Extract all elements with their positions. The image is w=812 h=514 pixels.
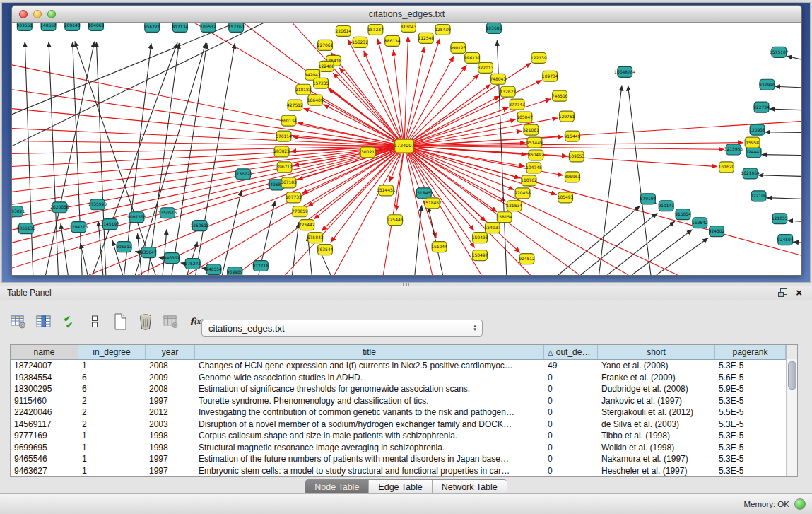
column-header-indegree[interactable]: in_degree: [78, 345, 146, 359]
table-cell[interactable]: 6: [78, 373, 146, 382]
table-cell[interactable]: 18300295: [11, 384, 78, 394]
table-cell[interactable]: Jankovic et al. (1997): [598, 396, 715, 406]
table-cell[interactable]: 0: [544, 454, 598, 464]
table-cell[interactable]: 9699695: [11, 443, 78, 452]
table-cell[interactable]: 1: [78, 466, 146, 476]
table-cell[interactable]: 5.3E-5: [715, 443, 786, 452]
table-cell[interactable]: Stergiakouli et al. (2012): [598, 407, 715, 417]
table-settings-icon[interactable]: [8, 312, 28, 332]
table-row[interactable]: 946554611997Estimation of the future num…: [11, 453, 797, 465]
table-cell[interactable]: 1: [78, 454, 146, 464]
new-table-icon[interactable]: [110, 312, 130, 332]
table-cell[interactable]: 2003: [146, 419, 195, 429]
table-cell[interactable]: Hescheler et al. (1997): [598, 466, 715, 476]
table-row[interactable]: 1938455462009Genome-wide association stu…: [11, 372, 797, 384]
table-cell[interactable]: Estimation of significance thresholds fo…: [195, 384, 544, 394]
table-cell[interactable]: 5.6E-5: [715, 373, 786, 382]
table-cell[interactable]: Changes of HCN gene expression and I(f) …: [195, 361, 544, 370]
table-cell[interactable]: Yano et al. (2008): [598, 361, 715, 370]
column-header-pagerank[interactable]: pagerank: [715, 345, 786, 359]
table-row[interactable]: 2242004622012Investigating the contribut…: [11, 407, 797, 419]
tab-node-table[interactable]: Node Table: [305, 480, 368, 494]
table-cell[interactable]: 5.3E-5: [715, 396, 786, 406]
memory-status-icon[interactable]: [794, 498, 806, 510]
table-cell[interactable]: 5.3E-5: [715, 454, 786, 464]
table-cell[interactable]: Structural magnetic resonance image aver…: [195, 443, 544, 452]
table-cell[interactable]: 5.3E-5: [715, 419, 786, 429]
table-cell[interactable]: 6: [78, 384, 146, 394]
delete-column-icon[interactable]: [136, 312, 155, 332]
table-cell[interactable]: 9463627: [11, 466, 78, 476]
table-cell[interactable]: 2: [78, 407, 146, 417]
minimize-traffic-light-icon[interactable]: [33, 10, 42, 18]
table-cell[interactable]: Wolkin et al. (1998): [598, 443, 715, 452]
table-cell[interactable]: 2012: [146, 407, 195, 417]
table-cell[interactable]: 5.3E-5: [715, 431, 786, 440]
table-row[interactable]: 969969511998Structural magnetic resonanc…: [11, 442, 797, 454]
table-cell[interactable]: 2: [78, 396, 146, 406]
column-header-short[interactable]: short: [598, 345, 715, 359]
table-cell[interactable]: Investigating the contribution of common…: [195, 407, 544, 417]
column-header-outde[interactable]: △out_de…: [544, 345, 598, 359]
table-cell[interactable]: Corpus callosum shape and size in male p…: [195, 431, 544, 440]
select-rows-icon[interactable]: ✔ ✔: [59, 312, 79, 332]
table-cell[interactable]: Nakamura et al. (1997): [598, 454, 715, 464]
table-cell[interactable]: Estimation of the future numbers of pati…: [195, 454, 544, 464]
column-header-year[interactable]: year: [146, 345, 195, 359]
table-cell[interactable]: 0: [544, 407, 598, 417]
zoom-traffic-light-icon[interactable]: [47, 10, 56, 18]
float-window-icon[interactable]: [778, 288, 787, 297]
table-cell[interactable]: 1: [78, 431, 146, 440]
table-cell[interactable]: 1998: [146, 443, 195, 452]
column-select-icon[interactable]: [34, 312, 54, 332]
table-cell[interactable]: 1997: [146, 454, 195, 464]
table-cell[interactable]: 0: [544, 431, 598, 440]
vertical-scrollbar[interactable]: [786, 359, 797, 476]
network-window-titlebar[interactable]: citations_edges.txt: [12, 6, 801, 23]
table-selector-dropdown[interactable]: citations_edges.txt ▲▼: [201, 320, 483, 337]
table-cell[interactable]: 5.5E-5: [715, 407, 786, 417]
table-row[interactable]: 911546021997Tourette syndrome. Phenomeno…: [11, 395, 797, 407]
column-header-title[interactable]: title: [195, 345, 544, 359]
close-traffic-light-icon[interactable]: [19, 10, 28, 18]
row-height-icon[interactable]: [85, 312, 105, 332]
table-cell[interactable]: 5.9E-5: [715, 384, 786, 394]
table-cell[interactable]: 2008: [146, 361, 195, 370]
table-cell[interactable]: 19384554: [11, 373, 78, 382]
table-cell[interactable]: 1997: [146, 466, 195, 476]
table-cell[interactable]: Dudbridge et al. (2008): [598, 384, 715, 394]
close-icon[interactable]: ×: [796, 288, 802, 297]
table-cell[interactable]: Tibbo et al. (1998): [598, 431, 715, 440]
table-cell[interactable]: 0: [544, 466, 598, 476]
table-cell[interactable]: 0: [544, 396, 598, 406]
table-row[interactable]: 1872400712008Changes of HCN gene express…: [11, 360, 797, 372]
table-cell[interactable]: 22420046: [11, 407, 78, 417]
column-header-name[interactable]: name: [11, 345, 78, 359]
table-cell[interactable]: 0: [544, 419, 598, 429]
table-cell[interactable]: 1998: [146, 431, 195, 440]
table-cell[interactable]: 0: [544, 384, 598, 394]
table-row[interactable]: 1456911722003Disruption of a novel membe…: [11, 419, 797, 431]
table-cell[interactable]: 2009: [146, 373, 195, 382]
table-cell[interactable]: Disruption of a novel member of a sodium…: [195, 419, 544, 429]
table-cell[interactable]: 0: [544, 443, 598, 452]
table-cell[interactable]: 9777169: [11, 431, 78, 440]
scrollbar-thumb[interactable]: [788, 361, 796, 390]
table-cell[interactable]: 5.3E-5: [715, 466, 786, 476]
table-cell[interactable]: 2008: [146, 384, 195, 394]
table-row[interactable]: 1830029562008Estimation of significance …: [11, 383, 797, 395]
table-cell[interactable]: de Silva et al. (2003): [598, 419, 715, 429]
table-cell[interactable]: Embryonic stem cells: a model to study s…: [195, 466, 544, 476]
table-cell[interactable]: Franke et al. (2009): [598, 373, 715, 382]
table-cell[interactable]: 9465546: [11, 454, 78, 464]
table-cell[interactable]: Tourette syndrome. Phenomenology and cla…: [195, 396, 544, 406]
tab-edge-table[interactable]: Edge Table: [368, 480, 431, 494]
table-cell[interactable]: 49: [544, 361, 598, 370]
table-cell[interactable]: 1: [78, 443, 146, 452]
table-cell[interactable]: 1: [78, 361, 146, 370]
table-cell[interactable]: Genome-wide association studies in ADHD.: [195, 373, 544, 382]
tab-network-table[interactable]: Network Table: [432, 480, 507, 494]
table-cell[interactable]: 5.3E-5: [715, 361, 786, 370]
table-row[interactable]: 977716911998Corpus callosum shape and si…: [11, 430, 797, 442]
table-cell[interactable]: 2: [78, 419, 146, 429]
